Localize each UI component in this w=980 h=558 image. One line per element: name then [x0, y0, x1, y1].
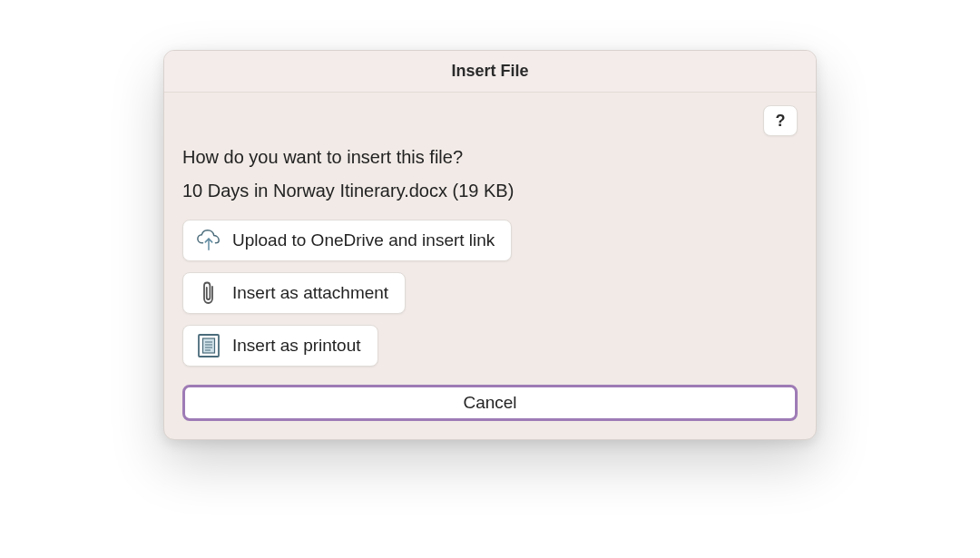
svg-rect-2 — [203, 338, 215, 353]
option-list: Upload to OneDrive and insert link Inser… — [182, 220, 798, 367]
dialog-body: ? How do you want to insert this file? 1… — [164, 93, 816, 439]
dialog-title: Insert File — [451, 62, 528, 81]
help-button[interactable]: ? — [763, 105, 798, 136]
dialog-titlebar: Insert File — [164, 51, 816, 93]
option-label: Upload to OneDrive and insert link — [232, 230, 495, 250]
viewport: Insert File ? How do you want to insert … — [0, 0, 980, 558]
insert-file-dialog: Insert File ? How do you want to insert … — [163, 50, 817, 440]
help-label: ? — [776, 112, 786, 131]
option-upload-onedrive[interactable]: Upload to OneDrive and insert link — [182, 220, 512, 261]
document-icon — [196, 333, 221, 358]
file-info: 10 Days in Norway Itinerary.docx (19 KB) — [182, 181, 798, 201]
cloud-upload-icon — [196, 228, 221, 253]
paperclip-icon — [196, 280, 221, 306]
cancel-label: Cancel — [463, 393, 516, 413]
option-label: Insert as attachment — [232, 283, 388, 303]
option-insert-attachment[interactable]: Insert as attachment — [182, 272, 406, 314]
option-insert-printout[interactable]: Insert as printout — [182, 325, 378, 367]
insert-prompt: How do you want to insert this file? — [182, 147, 798, 168]
cancel-button[interactable]: Cancel — [182, 385, 798, 421]
option-label: Insert as printout — [232, 336, 361, 356]
